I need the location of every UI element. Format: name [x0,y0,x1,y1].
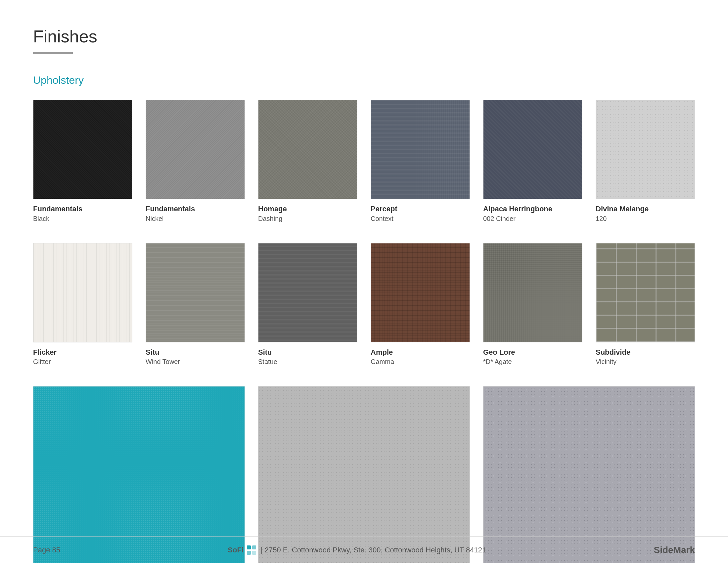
swatch-item: SituWind Tower [146,243,245,367]
swatch-subtitle: 120 [596,214,695,223]
swatch-image [258,100,357,199]
svg-rect-0 [247,545,251,549]
swatch-image [483,100,582,199]
swatch-image [596,100,695,199]
swatch-name: Divina Melange [596,204,695,214]
swatch-image [371,100,470,199]
swatch-item: AmpleGamma [371,243,470,367]
footer-page: Page 85 [33,546,60,554]
swatches-row-1: FundamentalsBlackFundamentalsNickelHomag… [33,100,695,223]
swatch-image [146,100,245,199]
swatch-item: SubdivideVicinity [596,243,695,367]
swatch-name: Ample [371,348,470,357]
swatch-image [33,243,132,343]
swatch-subtitle: Black [33,214,132,223]
swatch-subtitle: Gamma [371,357,470,366]
sofi-logo: SoFi [228,545,257,555]
section-label: Upholstery [33,74,695,86]
swatch-subtitle: Context [371,214,470,223]
swatch-item: SituStatue [258,243,357,367]
swatch-item: PerceptContext [371,100,470,223]
swatch-subtitle: Statue [258,357,357,366]
footer-brand: SideMark [654,545,695,555]
swatch-image [483,243,582,343]
swatch-name: Situ [258,348,357,357]
swatch-name: Fundamentals [146,204,245,214]
footer: Page 85 SoFi | 2750 E. Cottonwood Pkwy, … [0,537,728,563]
swatch-subtitle: *D* Agate [483,357,582,366]
swatch-image [258,243,357,343]
swatch-item: Geo Lore*D* Agate [483,243,582,367]
swatch-subtitle: 002 Cinder [483,214,582,223]
swatch-item: FlickerGlitter [33,243,132,367]
swatch-subtitle: Dashing [258,214,357,223]
swatch-item: FundamentalsNickel [146,100,245,223]
swatch-image [596,243,695,343]
swatch-name: Geo Lore [483,348,582,357]
svg-rect-3 [252,551,256,555]
swatch-image [371,243,470,343]
svg-rect-2 [247,551,251,555]
swatch-name: Fundamentals [33,204,132,214]
page-title: Finishes [33,26,695,46]
swatch-name: Homage [258,204,357,214]
footer-address-text: | 2750 E. Cottonwood Pkwy, Ste. 300, Cot… [261,546,486,554]
swatch-image [33,100,132,199]
swatch-subtitle: Wind Tower [146,357,245,366]
swatches-row-2: FlickerGlitterSituWind TowerSituStatueAm… [33,243,695,367]
swatch-item: Alpaca Herringbone002 Cinder [483,100,582,223]
swatch-name: Subdivide [596,348,695,357]
page: Finishes Upholstery FundamentalsBlackFun… [0,0,728,563]
swatch-name: Flicker [33,348,132,357]
swatch-item: FundamentalsBlack [33,100,132,223]
swatch-item: Divina Melange120 [596,100,695,223]
title-underline [33,52,73,54]
swatch-name: Situ [146,348,245,357]
sofi-icon [246,545,257,555]
swatch-name: Alpaca Herringbone [483,204,582,214]
footer-address: SoFi | 2750 E. Cottonwood Pkwy, Ste. 300… [228,545,486,555]
sofi-text: SoFi [228,546,244,554]
swatch-name: Percept [371,204,470,214]
swatch-item: HomageDashing [258,100,357,223]
swatch-subtitle: Nickel [146,214,245,223]
svg-rect-1 [252,545,256,549]
swatch-subtitle: Vicinity [596,357,695,366]
swatch-image [146,243,245,343]
swatch-subtitle: Glitter [33,357,132,366]
